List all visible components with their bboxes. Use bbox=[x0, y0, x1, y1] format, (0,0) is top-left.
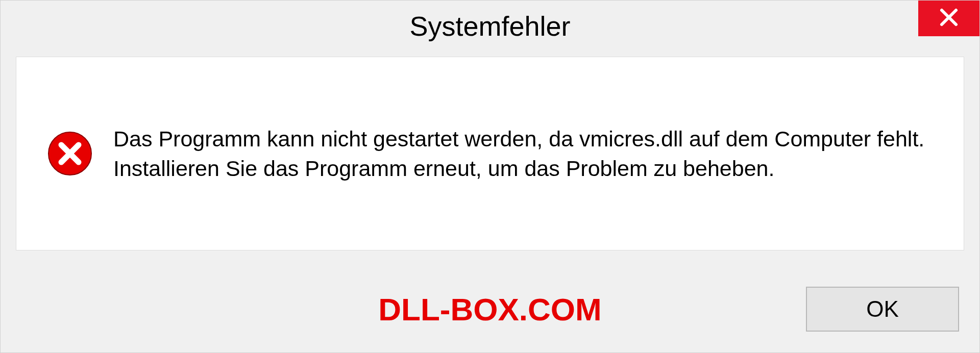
content-panel: Das Programm kann nicht gestartet werden… bbox=[16, 57, 964, 250]
error-icon bbox=[47, 131, 93, 176]
close-button[interactable] bbox=[918, 1, 979, 36]
error-message: Das Programm kann nicht gestartet werden… bbox=[113, 124, 933, 183]
ok-button[interactable]: OK bbox=[806, 287, 959, 332]
ok-button-label: OK bbox=[866, 296, 899, 322]
bottom-bar: DLL-BOX.COM OK bbox=[1, 266, 979, 352]
dialog-title: Systemfehler bbox=[409, 10, 570, 42]
watermark-text: DLL-BOX.COM bbox=[378, 291, 601, 327]
close-icon bbox=[939, 7, 959, 30]
title-bar: Systemfehler bbox=[1, 1, 979, 52]
error-dialog: Systemfehler Das Programm kann nicht ges… bbox=[0, 0, 980, 353]
